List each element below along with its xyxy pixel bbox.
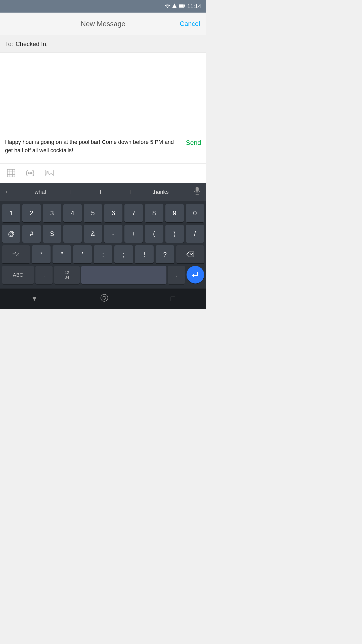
suggestion-expand-icon[interactable]: ›: [3, 189, 10, 195]
key-abc[interactable]: ABC: [2, 266, 34, 284]
header-title: New Message: [81, 20, 125, 28]
key-comma[interactable]: ,: [35, 266, 53, 284]
header: New Message Cancel: [0, 13, 206, 35]
key-minus[interactable]: -: [104, 225, 122, 243]
status-icons: 11:14: [165, 3, 201, 10]
svg-rect-15: [196, 187, 199, 192]
key-colon[interactable]: :: [94, 245, 112, 263]
compose-text[interactable]: Happy hour is going on at the pool bar! …: [5, 138, 181, 154]
toolbar: [0, 164, 206, 183]
status-bar: 11:14: [0, 0, 206, 13]
key-hash[interactable]: #: [22, 225, 41, 243]
key-7[interactable]: 7: [124, 204, 143, 222]
key-slash[interactable]: /: [186, 225, 204, 243]
svg-point-0: [167, 7, 168, 8]
key-question[interactable]: ?: [156, 245, 174, 263]
key-asterisk[interactable]: *: [32, 245, 51, 263]
spreadsheet-icon[interactable]: [5, 167, 17, 179]
svg-rect-4: [179, 5, 184, 7]
send-button[interactable]: Send: [186, 138, 201, 147]
key-at[interactable]: @: [2, 225, 20, 243]
image-icon[interactable]: [43, 167, 55, 179]
svg-point-20: [101, 294, 108, 301]
svg-point-21: [103, 296, 106, 299]
key-close-paren[interactable]: ): [165, 225, 184, 243]
svg-rect-13: [45, 170, 53, 176]
message-body-area[interactable]: [0, 53, 206, 133]
key-special-chars[interactable]: =\<: [2, 245, 30, 263]
suggestion-what[interactable]: what: [10, 189, 70, 195]
svg-point-10: [30, 173, 31, 174]
to-label: To:: [5, 41, 13, 48]
suggestion-i[interactable]: I: [70, 189, 130, 195]
svg-point-11: [28, 173, 29, 174]
to-field: To: Checked In,: [0, 35, 206, 53]
key-exclaim[interactable]: !: [135, 245, 154, 263]
key-open-paren[interactable]: (: [145, 225, 163, 243]
key-3[interactable]: 3: [43, 204, 61, 222]
svg-rect-5: [7, 169, 15, 177]
battery-icon: [179, 4, 185, 9]
key-underscore[interactable]: _: [63, 225, 82, 243]
svg-point-12: [31, 173, 32, 174]
keyboard-row-symbols1: @ # $ _ & - + ( ) /: [2, 225, 204, 243]
keyboard-row-numbers: 1 2 3 4 5 6 7 8 9 0: [2, 204, 204, 222]
key-1[interactable]: 1: [2, 204, 20, 222]
template-icon[interactable]: [24, 167, 36, 179]
compose-area: Happy hour is going on at the pool bar! …: [0, 133, 206, 164]
key-space[interactable]: [81, 266, 166, 284]
key-plus[interactable]: +: [124, 225, 143, 243]
key-0[interactable]: 0: [186, 204, 204, 222]
key-squote[interactable]: ': [73, 245, 92, 263]
nav-home-button[interactable]: [100, 293, 109, 304]
signal-icon: [172, 4, 177, 9]
to-value[interactable]: Checked In,: [16, 41, 48, 48]
bottom-nav: ▼ □: [0, 289, 206, 309]
key-num-layout[interactable]: 1234: [54, 266, 80, 284]
key-6[interactable]: 6: [104, 204, 122, 222]
key-dquote[interactable]: ": [53, 245, 71, 263]
keyboard-row-symbols2: =\< * " ' : ; ! ?: [2, 245, 204, 263]
key-8[interactable]: 8: [145, 204, 163, 222]
keyboard[interactable]: 1 2 3 4 5 6 7 8 9 0 @ # $ _ & - + ( ) / …: [0, 201, 206, 289]
key-enter[interactable]: [187, 266, 204, 284]
key-semicolon[interactable]: ;: [114, 245, 133, 263]
nav-recent-button[interactable]: □: [171, 294, 175, 303]
key-5[interactable]: 5: [84, 204, 102, 222]
nav-back-button[interactable]: ▼: [31, 295, 38, 303]
wifi-icon: [165, 4, 170, 9]
cancel-button[interactable]: Cancel: [180, 20, 200, 28]
suggestion-thanks[interactable]: thanks: [130, 189, 191, 195]
key-4[interactable]: 4: [63, 204, 82, 222]
keyboard-row-bottom: ABC , 1234 .: [2, 266, 204, 284]
suggestions-list: what I thanks: [10, 189, 191, 195]
status-time: 11:14: [187, 3, 201, 10]
key-2[interactable]: 2: [22, 204, 41, 222]
key-period[interactable]: .: [168, 266, 185, 284]
suggestions-bar: › what I thanks: [0, 183, 206, 201]
key-9[interactable]: 9: [165, 204, 184, 222]
svg-marker-1: [172, 4, 177, 8]
key-ampersand[interactable]: &: [84, 225, 102, 243]
key-dollar[interactable]: $: [43, 225, 61, 243]
svg-rect-3: [184, 5, 185, 7]
mic-icon[interactable]: [191, 187, 204, 197]
key-delete[interactable]: [176, 245, 204, 263]
